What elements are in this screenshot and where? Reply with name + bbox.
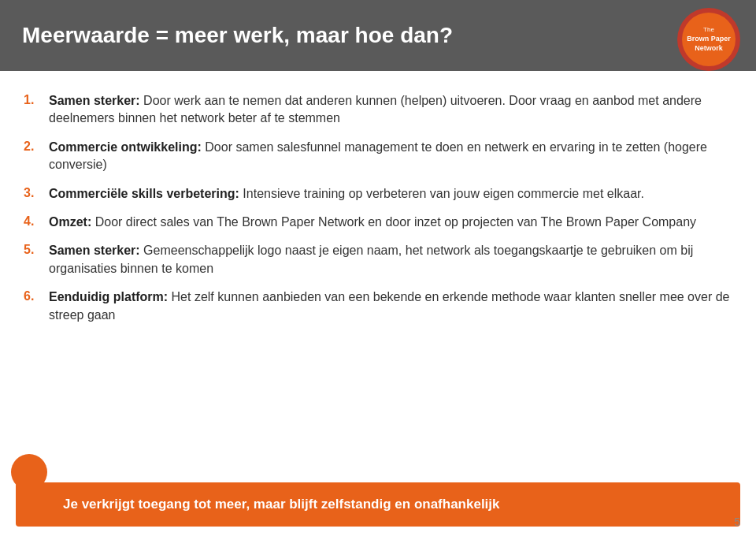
item-number-5: 5.	[24, 242, 49, 257]
list-item: 4. Omzet: Door direct sales van The Brow…	[24, 208, 732, 236]
logo: The Brown Paper Network	[677, 8, 740, 71]
item-text-4: Omzet: Door direct sales van The Brown P…	[49, 214, 732, 231]
item-number-1: 1.	[24, 92, 49, 107]
item-text-1: Samen sterker: Door werk aan te nemen da…	[49, 92, 732, 128]
logo-outer-circle: The Brown Paper Network	[677, 8, 740, 71]
item-text-3: Commerciële skills verbetering: Intensie…	[49, 185, 732, 203]
item-rest-1: Door werk aan te nemen dat anderen kunne…	[49, 94, 702, 125]
item-bold-5: Samen sterker:	[49, 244, 140, 257]
item-rest-3: Intensieve training op verbeteren van jo…	[239, 187, 644, 200]
footer-text: Je verkrijgt toegang tot meer, maar blij…	[63, 496, 500, 513]
page-number: 5	[734, 516, 740, 528]
item-text-5: Samen sterker: Gemeenschappelijk logo na…	[49, 242, 732, 277]
page-title: Meerwaarde = meer werk, maar hoe dan?	[22, 22, 453, 49]
page: Meerwaarde = meer werk, maar hoe dan? Th…	[0, 0, 756, 536]
item-text-2: Commercie ontwikkeling: Door samen sales…	[49, 139, 732, 174]
item-bold-6: Eenduidig platform:	[49, 290, 168, 303]
list-item: 1. Samen sterker: Door werk aan te nemen…	[24, 87, 732, 133]
list-item: 6. Eenduidig platform: Het zelf kunnen a…	[24, 283, 732, 329]
item-text-6: Eenduidig platform: Het zelf kunnen aanb…	[49, 288, 732, 324]
item-bold-2: Commercie ontwikkeling:	[49, 140, 202, 154]
item-number-6: 6.	[24, 288, 49, 303]
item-number-3: 3.	[24, 185, 49, 200]
item-rest-4: Door direct sales van The Brown Paper Ne…	[91, 215, 696, 229]
logo-inner-circle: The Brown Paper Network	[682, 13, 736, 66]
item-bold-1: Samen sterker:	[49, 94, 140, 107]
item-number-4: 4.	[24, 214, 49, 229]
header: Meerwaarde = meer werk, maar hoe dan? Th…	[0, 0, 756, 71]
list-item: 5. Samen sterker: Gemeenschappelijk logo…	[24, 236, 732, 283]
item-rest-5: Gemeenschappelijk logo naast je eigen na…	[49, 244, 693, 274]
list-item: 3. Commerciële skills verbetering: Inten…	[24, 180, 732, 208]
content-area: 1. Samen sterker: Door werk aan te nemen…	[0, 71, 756, 478]
item-bold-4: Omzet:	[49, 215, 91, 229]
item-bold-3: Commerciële skills verbetering:	[49, 187, 239, 200]
footer-bar: Je verkrijgt toegang tot meer, maar blij…	[16, 482, 740, 527]
item-number-2: 2.	[24, 139, 49, 154]
list-item: 2. Commercie ontwikkeling: Door samen sa…	[24, 133, 732, 180]
logo-text: The Brown Paper Network	[687, 25, 731, 53]
